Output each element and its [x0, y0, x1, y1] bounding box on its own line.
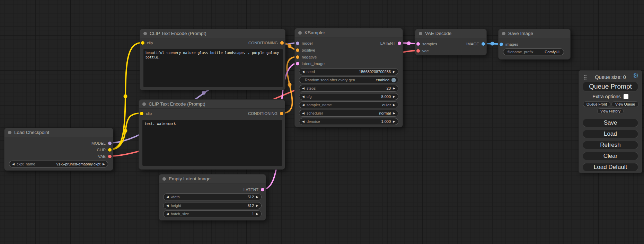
output-slot-image: IMAGE [466, 41, 485, 47]
increment-arrow-icon[interactable]: ▶ [393, 118, 395, 125]
input-slot-vae: vae [416, 48, 429, 54]
node-titlebar[interactable]: KSampler [295, 28, 403, 37]
save-button[interactable]: Save [583, 119, 638, 127]
output-dot-latent[interactable] [398, 42, 401, 45]
increment-arrow-icon[interactable]: ▶ [393, 102, 395, 108]
queue-panel: Queue size: 0 ⚙ Queue Prompt Extra optio… [579, 70, 642, 173]
input-dot-clip[interactable] [140, 112, 143, 115]
widget-sampler-name[interactable]: ◀ sampler_name euler ▶ [299, 101, 398, 108]
input-dot-latent-image[interactable] [296, 62, 299, 65]
increment-arrow-icon[interactable]: ▶ [393, 110, 395, 116]
node-titlebar[interactable]: CLIP Text Encode (Prompt) [140, 29, 285, 38]
node-titlebar[interactable]: Load Checkpoint [5, 128, 113, 137]
collapse-dot-icon[interactable] [143, 32, 147, 35]
increment-arrow-icon[interactable]: ▶ [256, 202, 258, 209]
input-dot-clip[interactable] [141, 41, 144, 45]
view-history-button[interactable]: View History [597, 108, 624, 114]
node-load-checkpoint[interactable]: Load Checkpoint MODEL CLIP VAE ◀ ckpt_na… [4, 128, 113, 171]
toggle-knob-icon[interactable] [391, 78, 396, 82]
widget-width[interactable]: ◀ width 512 ▶ [163, 193, 262, 200]
output-slot-conditioning: CONDITIONING [248, 111, 283, 116]
node-clip-text-encode-negative[interactable]: CLIP Text Encode (Prompt) clip CONDITION… [139, 99, 285, 170]
increment-arrow-icon[interactable]: ▶ [393, 85, 395, 91]
collapse-dot-icon[interactable] [419, 32, 422, 35]
load-button[interactable]: Load [583, 130, 638, 138]
decrement-arrow-icon[interactable]: ◀ [302, 69, 305, 75]
input-slot-clip: clip [140, 111, 152, 116]
increment-arrow-icon[interactable]: ▶ [393, 93, 395, 100]
collapse-dot-icon[interactable] [142, 102, 146, 106]
decrement-arrow-icon[interactable]: ◀ [166, 202, 169, 209]
collapse-dot-icon[interactable] [8, 131, 11, 134]
node-titlebar[interactable]: Save Image [499, 29, 570, 38]
increment-arrow-icon[interactable]: ▶ [393, 69, 395, 75]
load-default-button[interactable]: Load Default [583, 163, 638, 171]
settings-gear-icon[interactable]: ⚙ [633, 72, 639, 80]
input-dot-model[interactable] [296, 42, 299, 45]
output-dot-image[interactable] [482, 42, 485, 46]
refresh-button[interactable]: Refresh [583, 141, 638, 149]
input-slot-positive: positive [296, 47, 315, 53]
node-title: KSampler [305, 30, 325, 35]
decrement-arrow-icon[interactable]: ◀ [166, 211, 169, 217]
node-vae-decode[interactable]: VAE Decode samples IMAGE vae [415, 29, 487, 55]
node-title: VAE Decode [425, 31, 451, 36]
output-dot-conditioning[interactable] [280, 41, 284, 45]
queue-prompt-button[interactable]: Queue Prompt [583, 82, 638, 91]
widget-scheduler[interactable]: ◀ scheduler normal ▶ [299, 110, 398, 117]
input-dot-vae[interactable] [416, 49, 420, 53]
node-save-image[interactable]: Save Image images filename_prefix ComfyU… [498, 29, 571, 60]
node-titlebar[interactable]: VAE Decode [415, 29, 486, 38]
collapse-dot-icon[interactable] [502, 32, 505, 35]
node-titlebar[interactable]: CLIP Text Encode (Prompt) [139, 100, 285, 109]
widget-filename-prefix[interactable]: filename_prefix ComfyUI [503, 48, 564, 55]
extra-options-label: Extra options [592, 94, 621, 99]
decrement-arrow-icon[interactable]: ◀ [302, 102, 305, 108]
node-empty-latent-image[interactable]: Empty Latent Image LATENT ◀ width 512 ▶ … [159, 174, 266, 220]
collapse-dot-icon[interactable] [298, 31, 302, 35]
node-titlebar[interactable]: Empty Latent Image [159, 174, 266, 183]
widget-cfg[interactable]: ◀ cfg 8.000 ▶ [299, 93, 398, 100]
input-slot-model: model [296, 40, 312, 46]
prompt-textarea[interactable]: beautiful scenery nature glass bottle la… [143, 49, 283, 87]
increment-arrow-icon[interactable]: ▶ [256, 194, 258, 200]
widget-ckpt-name[interactable]: ◀ ckpt_name v1-5-pruned-emaonly.ckpt ▶ [9, 161, 108, 168]
view-queue-button[interactable]: View Queue [611, 101, 639, 107]
output-slot-latent: LATENT [380, 40, 401, 46]
widget-height[interactable]: ◀ height 512 ▶ [163, 202, 262, 209]
decrement-arrow-icon[interactable]: ◀ [166, 194, 169, 200]
prompt-textarea[interactable]: text, watermark [142, 120, 282, 166]
widget-denoise[interactable]: ◀ denoise 1.000 ▶ [299, 118, 398, 125]
node-clip-text-encode-positive[interactable]: CLIP Text Encode (Prompt) clip CONDITION… [140, 29, 285, 90]
widget-steps[interactable]: ◀ steps 20 ▶ [299, 85, 398, 92]
wire-dot-model [202, 91, 206, 95]
output-slot-clip: CLIP [97, 147, 112, 153]
queue-front-button[interactable]: Queue Front [583, 101, 610, 107]
extra-options-checkbox[interactable] [624, 94, 628, 99]
output-dot-clip[interactable] [108, 148, 112, 152]
clear-button[interactable]: Clear [583, 152, 638, 160]
output-dot-conditioning[interactable] [280, 112, 283, 115]
extra-options-row: Extra options [579, 93, 642, 100]
input-dot-positive[interactable] [296, 48, 299, 52]
increment-arrow-icon[interactable]: ▶ [103, 161, 105, 167]
increment-arrow-icon[interactable]: ▶ [256, 211, 258, 217]
decrement-arrow-icon[interactable]: ◀ [302, 110, 305, 116]
widget-seed[interactable]: ◀ seed 156680208700286 ▶ [299, 68, 398, 75]
decrement-arrow-icon[interactable]: ◀ [12, 161, 15, 167]
input-dot-samples[interactable] [416, 42, 420, 46]
decrement-arrow-icon[interactable]: ◀ [302, 118, 305, 125]
input-dot-images[interactable] [500, 43, 503, 46]
collapse-dot-icon[interactable] [162, 177, 166, 181]
node-ksampler[interactable]: KSampler model LATENT positive negative … [294, 28, 403, 127]
input-slot-images: images [500, 42, 518, 47]
decrement-arrow-icon[interactable]: ◀ [302, 85, 305, 91]
input-dot-negative[interactable] [296, 55, 299, 59]
output-dot-latent[interactable] [261, 188, 264, 191]
widget-batch-size[interactable]: ◀ batch_size 1 ▶ [163, 210, 262, 217]
wire-dot-clip-1 [124, 94, 127, 98]
output-dot-model[interactable] [108, 142, 112, 145]
decrement-arrow-icon[interactable]: ◀ [302, 93, 305, 100]
widget-random-seed-toggle[interactable]: Random seed after every gen enabled [299, 76, 398, 83]
output-dot-vae[interactable] [108, 155, 112, 158]
